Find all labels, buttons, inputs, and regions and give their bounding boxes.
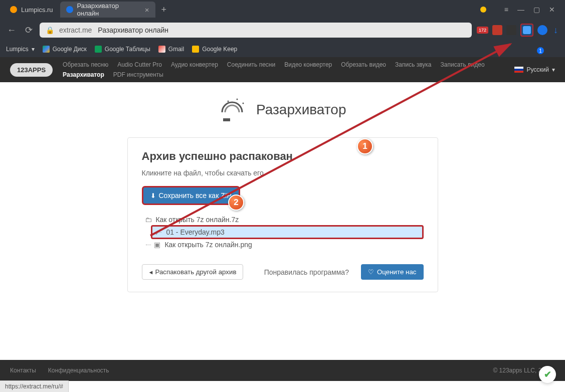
bookmark-drive[interactable]: Google Диск [43, 46, 87, 53]
footer-privacy[interactable]: Конфиденциальность [48, 367, 109, 374]
reload-button[interactable]: ⟳ [23, 25, 35, 36]
site-header: 123APPS Обрезать песню Audio Cutter Pro … [0, 57, 565, 82]
address-row: ← ⟳ 🔒 extract.me Разархиватор онлайн 172… [0, 19, 565, 41]
status-bar: https://extract.me/ru/# [0, 380, 69, 392]
nav-link-active[interactable]: Разархиватор [63, 71, 104, 78]
tab-label: Lumpics.ru [21, 6, 53, 14]
file-tree: 🗀 Как открыть 7z онлайн.7z ♪ 01 - Everyd… [142, 214, 424, 250]
tab-strip: Lumpics.ru Разархиватор онлайн × + ≡ — ▢… [0, 0, 565, 19]
new-tab-button[interactable]: + [156, 5, 172, 15]
hero: Разархиватор [0, 97, 565, 122]
close-window-button[interactable]: ✕ [549, 6, 555, 14]
panel-subtext: Кликните на файл, чтобы скачать его. [142, 169, 424, 177]
address-domain: extract.me [59, 26, 92, 34]
bookmarks-bar: Lumpics ▾ Google Диск Google Таблицы Gma… [0, 41, 565, 57]
archive-icon: 🗀 [145, 216, 152, 224]
rainbow-box-icon [219, 97, 249, 122]
ext-badge[interactable]: 172 [477, 27, 488, 34]
site-footer: Контакты Конфиденциальность © 123apps LL… [0, 360, 565, 381]
drive-icon [43, 46, 50, 53]
nav-link[interactable]: Видео конвертер [284, 61, 332, 68]
flag-ru-icon [514, 67, 523, 73]
downloads-icon[interactable] [520, 24, 533, 37]
more-icon[interactable]: ≡ [504, 6, 508, 14]
lock-icon: 🔒 [46, 26, 54, 34]
nav-link[interactable]: Обрезать песню [63, 61, 108, 68]
bookmark-lumpics[interactable]: Lumpics ▾ [6, 46, 35, 53]
download-arrow-icon[interactable]: ↓ [551, 25, 560, 36]
bookmark-gmail[interactable]: Gmail [158, 46, 184, 53]
site-nav-links: Обрезать песню Audio Cutter Pro Аудио ко… [63, 61, 504, 78]
address-title: Разархиватор онлайн [98, 26, 168, 34]
bookmark-keep[interactable]: Google Keep [192, 46, 237, 53]
security-badge-icon[interactable] [539, 366, 556, 383]
nav-link[interactable]: Записать видео [441, 61, 485, 68]
image-file-icon: ▣ [154, 241, 161, 249]
keep-icon [192, 46, 199, 53]
language-selector[interactable]: Русский ▾ [514, 66, 555, 73]
main-content: Разархиватор Архив успешно распакован Кл… [0, 82, 565, 307]
tab-label: Разархиватор онлайн [77, 2, 140, 17]
rate-us-button[interactable]: Оцените нас [361, 264, 424, 280]
unpack-another-button[interactable]: Распаковать другой архив [142, 264, 243, 280]
tree-file[interactable]: ▣ Как открыть 7z онлайн.png [142, 239, 424, 250]
svg-point-0 [242, 103, 244, 104]
tab-extract[interactable]: Разархиватор онлайн × [60, 2, 155, 18]
gmail-icon [158, 46, 165, 53]
sheets-icon [95, 46, 102, 53]
window-controls: ≡ — ▢ ✕ [480, 6, 561, 14]
svg-point-2 [236, 99, 238, 100]
bookmark-sheets[interactable]: Google Таблицы [95, 46, 150, 53]
nav-link[interactable]: Соединить песни [227, 61, 275, 68]
tab-lumpics[interactable]: Lumpics.ru [4, 2, 59, 18]
liked-text: Понравилась программа? [264, 268, 349, 276]
footer-contacts[interactable]: Контакты [10, 367, 36, 374]
page-title: Разархиватор [256, 102, 346, 118]
extension-icons: 172 ↓ [477, 24, 560, 37]
nav-link[interactable]: PDF инструменты [113, 71, 163, 78]
audio-file-icon: ♪ [155, 228, 162, 236]
save-all-zip-button[interactable]: Сохранить все как ZIP [142, 186, 240, 205]
tree-file-selected[interactable]: ♪ 01 - Everyday.mp3 [151, 225, 424, 239]
chevron-down-icon: ▾ [552, 66, 555, 73]
result-panel: Архив успешно распакован Кликните на фай… [127, 137, 438, 292]
back-button[interactable]: ← [5, 25, 18, 36]
nav-link[interactable]: Audio Cutter Pro [117, 61, 162, 68]
lang-label: Русский [526, 66, 549, 73]
favicon-icon [10, 6, 17, 13]
nav-link[interactable]: Обрезать видео [341, 61, 386, 68]
svg-point-1 [227, 101, 229, 102]
logo[interactable]: 123APPS [10, 63, 53, 77]
favicon-icon [66, 6, 73, 13]
extension-icon[interactable] [506, 25, 516, 35]
minimize-button[interactable]: — [517, 6, 524, 14]
extension-icon[interactable] [537, 25, 547, 35]
always-on-top-icon[interactable] [480, 7, 486, 13]
panel-footer: Распаковать другой архив Понравилась про… [142, 264, 424, 280]
nav-link[interactable]: Аудио конвертер [171, 61, 218, 68]
address-bar[interactable]: 🔒 extract.me Разархиватор онлайн [40, 23, 472, 38]
callout-1: 1 [357, 138, 373, 154]
close-icon[interactable]: × [145, 6, 149, 14]
callout-2: 2 [228, 194, 244, 211]
notification-badge: 1 [537, 47, 544, 54]
extension-icon[interactable] [492, 25, 502, 35]
maximize-button[interactable]: ▢ [533, 6, 540, 14]
tree-root[interactable]: 🗀 Как открыть 7z онлайн.7z [142, 214, 424, 225]
nav-link[interactable]: Запись звука [395, 61, 432, 68]
panel-heading: Архив успешно распакован [142, 150, 424, 163]
